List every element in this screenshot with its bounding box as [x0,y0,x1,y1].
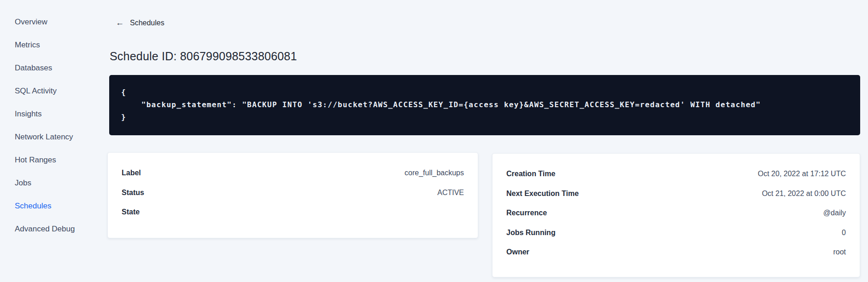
detail-label: Status [122,189,144,197]
schedule-timing-card: Creation Time Oct 20, 2022 at 17:12 UTC … [492,153,860,277]
detail-row: Owner root [506,242,846,262]
back-arrow-icon: ← [116,18,124,27]
detail-value: Oct 21, 2022 at 0:00 UTC [762,190,846,198]
detail-label: Label [122,169,141,177]
code-line: "backup_statement": "BACKUP INTO 's3://b… [121,98,848,111]
schedule-summary-card: Label core_full_backups Status ACTIVE St… [107,152,478,238]
sidebar-item-label: Jobs [15,178,31,188]
sidebar-item[interactable]: Databases [0,57,109,80]
detail-value: Oct 20, 2022 at 17:12 UTC [758,170,846,178]
sidebar-item-label: Overview [15,17,47,27]
detail-row: State [122,202,464,222]
schedule-statement-code-block: { "backup_statement": "BACKUP INTO 's3:/… [109,75,860,135]
detail-label: Recurrence [506,209,547,217]
sidebar-item[interactable]: Advanced Debug [0,218,109,241]
detail-label: Jobs Running [506,229,556,237]
detail-row: Creation Time Oct 20, 2022 at 17:12 UTC [506,164,846,184]
sidebar-item-label: Metrics [15,40,40,50]
back-link-label: Schedules [130,19,164,27]
sidebar-item[interactable]: Metrics [0,34,109,57]
code-line: { [121,86,848,98]
sidebar-item-label: Insights [15,109,42,119]
sidebar-item-label: Hot Ranges [15,155,56,165]
detail-row: Status ACTIVE [122,183,464,203]
detail-row: Jobs Running 0 [506,223,846,243]
detail-row: Recurrence @daily [506,203,846,223]
sidebar-item[interactable]: Insights [0,103,109,126]
sidebar-item-label: Databases [15,63,52,73]
sidebar-item-label: Advanced Debug [15,224,75,234]
detail-label: Next Execution Time [506,190,579,198]
detail-value: @daily [823,209,846,217]
detail-label: Creation Time [506,170,555,178]
detail-row: Label core_full_backups [122,163,464,183]
page-title: Schedule ID: 806799098533806081 [110,50,297,63]
detail-value: ACTIVE [437,189,464,197]
sidebar-nav: Overview Metrics Databases SQL Activity … [0,11,109,241]
code-line: } [121,111,848,123]
detail-row: Next Execution Time Oct 21, 2022 at 0:00… [506,184,846,204]
sidebar-item[interactable]: Hot Ranges [0,149,109,172]
detail-value: core_full_backups [405,169,464,177]
sidebar-item-label: SQL Activity [15,86,57,96]
detail-label: Owner [506,248,529,256]
sidebar-item[interactable]: Schedules [0,195,109,218]
detail-label: State [122,208,140,216]
sidebar-item[interactable]: Network Latency [0,126,109,149]
sidebar-item[interactable]: SQL Activity [0,80,109,103]
sidebar-item-label: Schedules [15,201,51,211]
sidebar-item-label: Network Latency [15,132,73,142]
sidebar-item[interactable]: Jobs [0,172,109,195]
sidebar-item[interactable]: Overview [0,11,109,34]
detail-value: root [833,248,846,256]
back-to-schedules-link[interactable]: ← Schedules [116,19,164,27]
detail-value: 0 [842,229,846,237]
